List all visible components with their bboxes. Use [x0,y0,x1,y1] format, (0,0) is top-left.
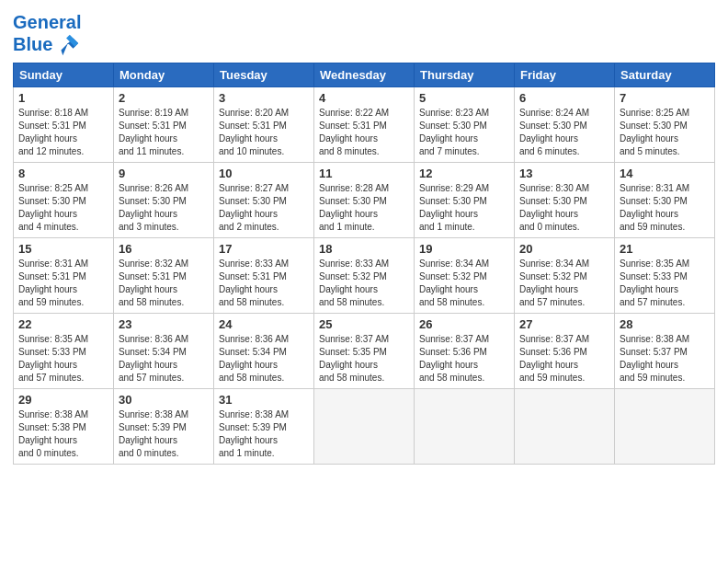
daylight-duration: and 58 minutes. [419,297,484,307]
sunset-text: Sunset: 5:35 PM [319,347,387,357]
sunrise-text: Sunrise: 8:19 AM [119,108,188,118]
daylight-duration: and 6 minutes. [519,146,580,156]
daylight-label: Daylight hours [119,360,177,370]
daylight-duration: and 59 minutes. [620,373,685,383]
day-info: Sunrise: 8:31 AMSunset: 5:30 PMDaylight … [620,182,710,234]
day-number: 27 [519,317,609,331]
day-info: Sunrise: 8:35 AMSunset: 5:33 PMDaylight … [18,333,108,385]
calendar-cell: 31Sunrise: 8:38 AMSunset: 5:39 PMDayligh… [214,389,314,465]
sunrise-text: Sunrise: 8:26 AM [119,183,188,193]
sunset-text: Sunset: 5:31 PM [18,271,86,282]
logo-text: General [13,13,81,31]
sunrise-text: Sunrise: 8:35 AM [620,259,689,269]
sunrise-text: Sunrise: 8:22 AM [319,108,389,118]
sunrise-text: Sunrise: 8:28 AM [319,183,389,193]
day-info: Sunrise: 8:38 AMSunset: 5:37 PMDaylight … [620,333,710,385]
sunrise-text: Sunrise: 8:32 AM [119,259,188,269]
sunset-text: Sunset: 5:31 PM [119,121,187,131]
calendar-cell: 21Sunrise: 8:35 AMSunset: 5:33 PMDayligh… [615,238,715,314]
daylight-label: Daylight hours [18,435,77,445]
daylight-duration: and 58 minutes. [319,373,384,383]
daylight-duration: and 57 minutes. [519,297,585,307]
day-info: Sunrise: 8:36 AMSunset: 5:34 PMDaylight … [219,333,309,385]
calendar-cell: 7Sunrise: 8:25 AMSunset: 5:30 PMDaylight… [615,87,715,163]
calendar-cell: 9Sunrise: 8:26 AMSunset: 5:30 PMDaylight… [114,163,214,238]
sunset-text: Sunset: 5:38 PM [18,422,86,432]
day-number: 2 [119,91,209,105]
daylight-label: Daylight hours [519,360,578,370]
day-info: Sunrise: 8:33 AMSunset: 5:32 PMDaylight … [319,258,409,309]
sunrise-text: Sunrise: 8:36 AM [119,334,188,344]
sunrise-text: Sunrise: 8:38 AM [620,334,689,344]
day-info: Sunrise: 8:37 AMSunset: 5:35 PMDaylight … [319,333,409,385]
calendar-cell: 23Sunrise: 8:36 AMSunset: 5:34 PMDayligh… [114,314,214,389]
sunrise-text: Sunrise: 8:33 AM [219,259,289,269]
daylight-label: Daylight hours [620,209,678,219]
sunrise-text: Sunrise: 8:31 AM [620,183,689,193]
daylight-label: Daylight hours [18,360,77,370]
day-number: 8 [18,167,108,180]
calendar-cell: 22Sunrise: 8:35 AMSunset: 5:33 PMDayligh… [14,314,114,389]
day-number: 28 [620,317,710,331]
calendar-cell: 28Sunrise: 8:38 AMSunset: 5:37 PMDayligh… [615,314,715,389]
day-info: Sunrise: 8:37 AMSunset: 5:36 PMDaylight … [519,333,609,385]
daylight-label: Daylight hours [219,284,278,294]
daylight-label: Daylight hours [620,284,678,294]
sunrise-text: Sunrise: 8:34 AM [519,259,589,269]
day-number: 26 [419,317,509,331]
sunset-text: Sunset: 5:32 PM [519,271,587,282]
day-number: 11 [319,167,409,180]
daylight-duration: and 5 minutes. [620,146,680,156]
calendar-cell: 12Sunrise: 8:29 AMSunset: 5:30 PMDayligh… [415,163,515,238]
day-info: Sunrise: 8:37 AMSunset: 5:36 PMDaylight … [419,333,509,385]
daylight-duration: and 59 minutes. [18,297,84,307]
weekday-header: Wednesday [314,63,415,87]
day-info: Sunrise: 8:20 AMSunset: 5:31 PMDaylight … [219,107,309,158]
daylight-duration: and 10 minutes. [219,146,284,156]
daylight-duration: and 1 minute. [419,222,475,232]
day-info: Sunrise: 8:34 AMSunset: 5:32 PMDaylight … [419,258,509,309]
day-number: 30 [119,393,209,407]
calendar-week-row: 1Sunrise: 8:18 AMSunset: 5:31 PMDaylight… [14,87,715,163]
sunrise-text: Sunrise: 8:38 AM [18,409,88,419]
day-info: Sunrise: 8:26 AMSunset: 5:30 PMDaylight … [119,182,209,234]
daylight-duration: and 2 minutes. [219,222,279,232]
sunrise-text: Sunrise: 8:31 AM [18,259,88,269]
calendar-cell: 8Sunrise: 8:25 AMSunset: 5:30 PMDaylight… [14,163,114,238]
calendar-cell: 25Sunrise: 8:37 AMSunset: 5:35 PMDayligh… [314,314,415,389]
daylight-duration: and 0 minutes. [119,448,179,458]
daylight-duration: and 57 minutes. [620,297,685,307]
sunset-text: Sunset: 5:31 PM [219,121,287,131]
daylight-label: Daylight hours [18,133,77,144]
sunset-text: Sunset: 5:30 PM [419,121,487,131]
daylight-label: Daylight hours [119,284,177,294]
day-number: 18 [319,242,409,256]
day-number: 25 [319,317,409,331]
sunrise-text: Sunrise: 8:20 AM [219,108,289,118]
weekday-header: Saturday [615,63,715,87]
day-info: Sunrise: 8:30 AMSunset: 5:30 PMDaylight … [519,182,609,234]
daylight-label: Daylight hours [519,209,578,219]
daylight-duration: and 4 minutes. [18,222,79,232]
sunset-text: Sunset: 5:30 PM [219,196,287,206]
day-number: 15 [18,242,108,256]
sunrise-text: Sunrise: 8:27 AM [219,183,289,193]
sunrise-text: Sunrise: 8:35 AM [18,334,88,344]
day-info: Sunrise: 8:38 AMSunset: 5:38 PMDaylight … [18,408,108,460]
day-number: 12 [419,167,509,180]
daylight-label: Daylight hours [419,133,478,144]
sunset-text: Sunset: 5:34 PM [119,347,187,357]
calendar-cell: 15Sunrise: 8:31 AMSunset: 5:31 PMDayligh… [14,238,114,314]
daylight-duration: and 12 minutes. [18,146,84,156]
sunset-text: Sunset: 5:36 PM [519,347,587,357]
day-number: 10 [219,167,309,180]
calendar-cell: 11Sunrise: 8:28 AMSunset: 5:30 PMDayligh… [314,163,415,238]
daylight-label: Daylight hours [119,209,177,219]
day-info: Sunrise: 8:25 AMSunset: 5:30 PMDaylight … [18,182,108,234]
sunset-text: Sunset: 5:30 PM [519,196,587,206]
daylight-label: Daylight hours [319,209,378,219]
sunset-text: Sunset: 5:36 PM [419,347,487,357]
sunset-text: Sunset: 5:31 PM [18,121,86,131]
daylight-label: Daylight hours [319,360,378,370]
daylight-duration: and 59 minutes. [519,373,585,383]
